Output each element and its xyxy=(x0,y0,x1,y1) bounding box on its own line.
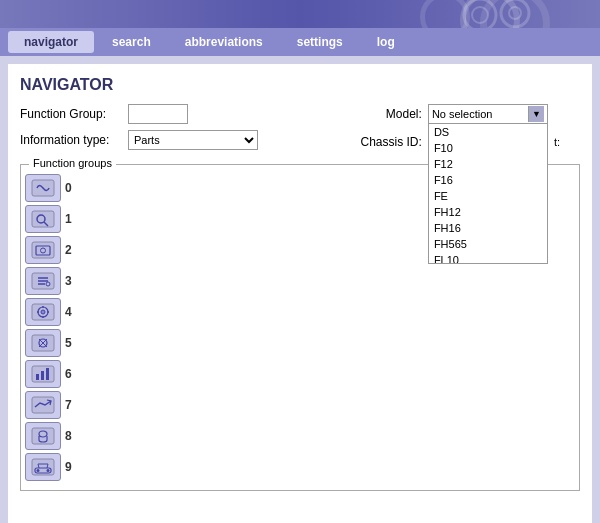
svg-point-15 xyxy=(41,310,45,314)
dropdown-item-f10[interactable]: F10 xyxy=(429,140,547,156)
fg-button-9[interactable]: 9 xyxy=(25,453,80,481)
dropdown-item-f12[interactable]: F12 xyxy=(429,156,547,172)
model-row: Model: No selection ▼ DS F10 F12 F16 FE … xyxy=(352,104,560,124)
fg-number-6: 6 xyxy=(65,367,72,381)
svg-rect-26 xyxy=(41,371,44,380)
fg-number-1: 1 xyxy=(65,212,72,226)
model-dropdown-arrow[interactable]: ▼ xyxy=(528,106,544,122)
svg-point-3 xyxy=(509,7,521,19)
fg-button-5[interactable]: 5 xyxy=(25,329,80,357)
dropdown-item-fl10[interactable]: FL10 xyxy=(429,252,547,264)
nav-item-search[interactable]: search xyxy=(96,31,167,53)
svg-rect-27 xyxy=(46,368,49,380)
fg-icon-3 xyxy=(25,267,61,295)
dropdown-item-fe[interactable]: FE xyxy=(429,188,547,204)
top-banner xyxy=(0,0,600,28)
information-type-select[interactable]: Parts Wiring Specifications Diagnostics xyxy=(128,130,258,150)
fg-icon-0 xyxy=(25,174,61,202)
fg-icon-5 xyxy=(25,329,61,357)
fg-button-7[interactable]: 7 xyxy=(25,391,80,419)
model-dropdown-list[interactable]: DS F10 F12 F16 FE FH12 FH16 FH565 FL10 F… xyxy=(428,124,548,264)
model-select-display[interactable]: No selection ▼ xyxy=(428,104,548,124)
fg-icon-9 xyxy=(25,453,61,481)
right-form: Model: No selection ▼ DS F10 F12 F16 FE … xyxy=(352,104,560,156)
dropdown-item-ds[interactable]: DS xyxy=(429,124,547,140)
fg-icon-2 xyxy=(25,236,61,264)
chassis-id-label: Chassis ID: xyxy=(352,135,422,149)
fg-button-2[interactable]: 2 xyxy=(25,236,80,264)
svg-point-1 xyxy=(472,7,488,23)
left-form: Function Group: Information type: Parts … xyxy=(20,104,352,156)
function-group-row: Function Group: xyxy=(20,104,352,124)
dropdown-item-fh12[interactable]: FH12 xyxy=(429,204,547,220)
nav-item-navigator[interactable]: navigator xyxy=(8,31,94,53)
fg-button-8[interactable]: 8 xyxy=(25,422,80,450)
function-group-input[interactable] xyxy=(128,104,188,124)
svg-point-34 xyxy=(47,469,50,472)
fg-icon-8 xyxy=(25,422,61,450)
main-content: NAVIGATOR Function Group: Information ty… xyxy=(8,64,592,523)
fg-number-5: 5 xyxy=(65,336,72,350)
fg-number-9: 9 xyxy=(65,460,72,474)
model-label: Model: xyxy=(352,107,422,121)
model-selected-value: No selection xyxy=(432,108,528,120)
nav-item-log[interactable]: log xyxy=(361,31,411,53)
fg-button-6[interactable]: 6 xyxy=(25,360,80,388)
fg-icon-4 xyxy=(25,298,61,326)
fg-number-3: 3 xyxy=(65,274,72,288)
fg-button-4[interactable]: 4 xyxy=(25,298,80,326)
page-title: NAVIGATOR xyxy=(20,76,580,94)
model-select-wrapper: No selection ▼ DS F10 F12 F16 FE FH12 FH… xyxy=(428,104,548,124)
fg-number-4: 4 xyxy=(65,305,72,319)
fg-icon-1 xyxy=(25,205,61,233)
nav-item-abbreviations[interactable]: abbreviations xyxy=(169,31,279,53)
fg-number-8: 8 xyxy=(65,429,72,443)
nav-bar: navigator search abbreviations settings … xyxy=(0,28,600,56)
svg-rect-5 xyxy=(32,211,54,227)
svg-point-33 xyxy=(37,469,40,472)
function-group-label: Function Group: xyxy=(20,107,120,121)
fg-number-7: 7 xyxy=(65,398,72,412)
fg-number-2: 2 xyxy=(65,243,72,257)
fg-button-1[interactable]: 1 xyxy=(25,205,80,233)
function-groups-legend: Function groups xyxy=(29,157,116,169)
svg-rect-25 xyxy=(36,374,39,380)
nav-item-settings[interactable]: settings xyxy=(281,31,359,53)
dropdown-item-fh565[interactable]: FH565 xyxy=(429,236,547,252)
gear-svg-1 xyxy=(460,0,540,28)
svg-point-2 xyxy=(501,0,529,27)
top-form-area: Function Group: Information type: Parts … xyxy=(20,104,580,156)
fg-button-3[interactable]: 3 xyxy=(25,267,80,295)
dropdown-item-fh16[interactable]: FH16 xyxy=(429,220,547,236)
fg-icon-6 xyxy=(25,360,61,388)
svg-rect-8 xyxy=(32,242,54,258)
information-type-row: Information type: Parts Wiring Specifica… xyxy=(20,130,352,150)
information-type-label: Information type: xyxy=(20,133,120,147)
fg-icon-7 xyxy=(25,391,61,419)
dropdown-item-f16[interactable]: F16 xyxy=(429,172,547,188)
chassis-id-suffix: t: xyxy=(554,136,560,148)
fg-button-0[interactable]: 0 xyxy=(25,174,80,202)
fg-number-0: 0 xyxy=(65,181,72,195)
